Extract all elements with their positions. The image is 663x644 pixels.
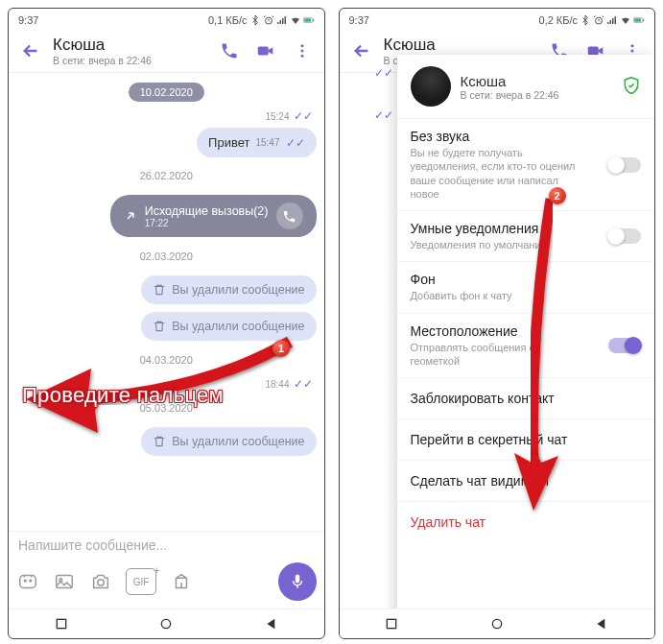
read-ticks-icon: ✓✓ [374,66,393,80]
chat-subtitle: В сети: вчера в 22:46 [53,55,207,66]
svg-point-6 [300,50,303,53]
nav-back-icon[interactable] [594,616,609,632]
call-log[interactable]: Исходящие вызовы(2) 17:22 [110,195,317,237]
svg-rect-18 [634,18,641,21]
read-ticks-icon: ✓✓ [374,108,393,122]
date-divider: 26.02.2020 [16,170,317,181]
deleted-message: Вы удалили сообщение [141,312,316,341]
signal-icon [606,14,618,26]
setting-secret[interactable]: Перейти в секретный чат [397,419,655,461]
setting-background[interactable]: Фон Добавить фон к чату [397,262,655,313]
svg-rect-19 [643,19,644,22]
gallery-button[interactable] [53,570,76,593]
alarm-icon [263,14,274,26]
setting-delete[interactable]: Удалить чат [397,502,655,542]
setting-block[interactable]: Заблокировать контакт [397,378,655,419]
status-time: 9:37 [349,14,369,26]
trash-icon [153,435,166,448]
wifi-icon [290,14,301,26]
camera-button[interactable] [89,570,112,593]
phone-right: 9:37 0,2 КБ/с Ксюша В сети: вчера в 22:4… [339,8,656,639]
bluetooth-icon [249,14,261,26]
android-navbar [9,608,324,638]
svg-point-22 [631,50,634,53]
toggle-off[interactable] [608,157,641,173]
avatar [411,66,451,107]
svg-rect-2 [304,18,311,21]
android-navbar [340,608,655,638]
svg-rect-3 [313,19,314,22]
svg-point-15 [162,619,171,628]
battery-icon [303,14,315,26]
deleted-message: Вы удалили сообщение [141,275,316,304]
date-divider: 04.03.2020 [16,354,317,366]
back-button[interactable] [16,36,45,65]
chat-area[interactable]: 10.02.2020 15:24✓✓ Привет 15:47 ✓✓ 26.02… [9,73,324,531]
message-input[interactable]: Напишите сообщение... [9,531,324,559]
trash-icon [153,283,166,297]
svg-rect-4 [257,46,268,55]
status-bar: 9:37 0,2 КБ/с [340,9,655,30]
outgoing-icon [124,209,137,223]
deleted-message: Вы удалили сообщение [141,427,316,456]
nav-recent-icon[interactable] [54,616,69,632]
svg-point-25 [492,619,501,628]
nav-home-icon[interactable] [158,616,174,632]
toggle-on[interactable] [608,338,641,353]
marker-2: 2 [549,187,566,204]
svg-point-13 [98,580,104,585]
phone-left: 9:37 0,1 КБ/с Ксюша В сети: вчера в 22:4… [8,8,325,639]
svg-point-21 [631,44,634,47]
mic-button[interactable] [278,562,317,601]
nav-back-icon[interactable] [264,616,279,632]
shield-icon [622,76,641,98]
toggle-off[interactable] [608,228,641,244]
chat-title: Ксюша [384,36,538,55]
alarm-icon [593,14,604,26]
chat-title: Ксюша [53,36,207,55]
status-bar: 9:37 0,1 КБ/с [9,9,324,30]
battery-icon [633,14,645,26]
trash-icon [153,320,166,333]
setting-location[interactable]: Местоположение Отправлять сообщения с ге… [397,314,655,379]
gif-button[interactable]: GIF+ [126,568,156,595]
phone-icon [276,203,303,229]
setting-smart[interactable]: Умные уведомления Уведомления по умолчан… [397,211,655,262]
message-out[interactable]: Привет 15:47 ✓✓ [197,128,316,157]
svg-point-9 [24,580,26,582]
profile-status: В сети: вчера в 22:46 [461,89,559,101]
date-divider: 02.03.2020 [16,250,317,262]
setting-visible[interactable]: Сделать чат видимым [397,461,655,502]
chat-background: ✓✓ ✓✓ [340,55,397,638]
svg-rect-14 [57,619,65,628]
svg-point-10 [30,580,32,582]
marker-1: 1 [272,340,290,357]
profile-name: Ксюша [461,73,559,89]
chat-header: Ксюша В сети: вчера в 22:46 [9,30,324,73]
swipe-instruction: Проведите пальцем [22,383,224,408]
svg-rect-8 [20,576,36,588]
menu-button[interactable] [288,36,317,65]
video-button[interactable] [251,36,280,65]
svg-point-7 [300,55,303,58]
sticker-button[interactable] [16,570,39,593]
wifi-icon [620,14,631,26]
chat-settings-panel: Ксюша В сети: вчера в 22:46 Без звука Вы… [397,55,655,638]
bluetooth-icon [580,14,591,26]
call-button[interactable] [215,36,244,65]
date-pill: 10.02.2020 [129,83,204,102]
more-button[interactable] [170,570,193,593]
read-ticks-icon: ✓✓ [286,136,305,150]
status-time: 9:37 [18,14,38,26]
message-text: Привет [208,135,249,150]
signal-icon [276,14,288,26]
input-toolbar: GIF+ [9,559,324,608]
net-speed: 0,2 КБ/с [538,14,578,26]
read-ticks-icon: ✓✓ [294,377,313,391]
nav-recent-icon[interactable] [384,616,399,632]
net-speed: 0,1 КБ/с [208,14,248,26]
nav-home-icon[interactable] [489,616,505,632]
profile-row[interactable]: Ксюша В сети: вчера в 22:46 [397,55,655,119]
setting-mute[interactable]: Без звука Вы не будете получать уведомле… [397,119,655,211]
svg-point-5 [300,44,303,47]
